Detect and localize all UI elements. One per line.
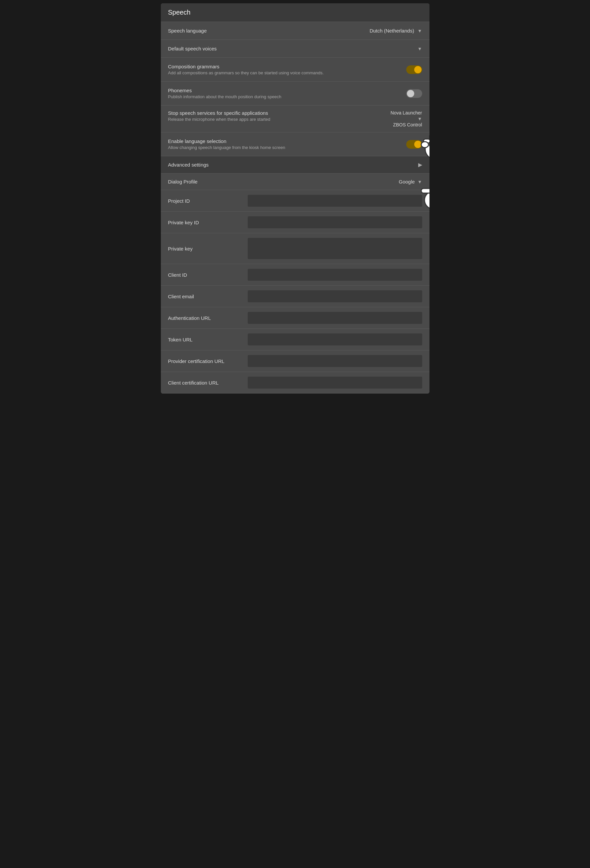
- client-email-label: Client email: [168, 294, 248, 299]
- composition-grammars-toggle[interactable]: [406, 65, 422, 74]
- dialog-profile-value: Google: [399, 179, 414, 185]
- composition-grammars-label: Composition grammars: [168, 64, 406, 69]
- phonemes-row: Phonemes Publish information about the m…: [161, 82, 429, 106]
- client-certification-url-row: Client certification URL: [161, 372, 429, 394]
- private-key-id-input[interactable]: [248, 216, 422, 228]
- composition-grammars-sublabel: Add all compositions as grammars so they…: [168, 70, 406, 75]
- page-header: Speech: [161, 3, 429, 22]
- authentication-url-input[interactable]: [248, 312, 422, 324]
- provider-certification-url-label: Provider certification URL: [168, 358, 248, 364]
- token-url-label: Token URL: [168, 337, 248, 342]
- enable-language-selection-label: Enable language selection: [168, 138, 406, 144]
- client-email-input[interactable]: [248, 290, 422, 302]
- svg-point-0: [425, 139, 429, 159]
- page-title: Speech: [168, 9, 191, 16]
- token-url-input[interactable]: [248, 334, 422, 345]
- project-id-label: Project ID: [168, 198, 248, 204]
- client-certification-url-label: Client certification URL: [168, 380, 248, 385]
- composition-grammars-row: Composition grammars Add all composition…: [161, 58, 429, 82]
- private-key-id-label: Private key ID: [168, 220, 248, 225]
- private-key-id-row: Private key ID: [161, 212, 429, 233]
- project-id-input[interactable]: [248, 195, 422, 207]
- advanced-settings-row[interactable]: Advanced settings ▶: [161, 156, 429, 174]
- stop-apps-value1: Nova Launcher: [391, 110, 422, 115]
- dialog-profile-dropdown-icon: ▼: [417, 179, 422, 185]
- phonemes-thumb: [407, 90, 414, 97]
- authentication-url-label: Authentication URL: [168, 315, 248, 321]
- enable-language-selection-thumb: [414, 141, 422, 148]
- form-section: Dialog Profile Google ▼: [161, 174, 429, 394]
- composition-grammars-thumb: [414, 66, 422, 73]
- default-speech-voices-row[interactable]: Default speech voices ▼: [161, 40, 429, 58]
- speech-language-value-container[interactable]: Dutch (Netherlands) ▼: [369, 28, 422, 34]
- private-key-label: Private key: [168, 246, 248, 251]
- token-url-row: Token URL: [161, 329, 429, 350]
- phonemes-toggle[interactable]: [406, 89, 422, 98]
- speech-language-row[interactable]: Speech language Dutch (Netherlands) ▼: [161, 22, 429, 40]
- default-speech-voices-dropdown-icon: ▼: [417, 46, 422, 52]
- authentication-url-row: Authentication URL: [161, 307, 429, 329]
- stop-apps-dropdown-icon: ▼: [417, 116, 422, 121]
- client-certification-url-input[interactable]: [248, 376, 422, 388]
- provider-certification-url-input[interactable]: [248, 355, 422, 367]
- svg-point-5: [421, 142, 428, 148]
- client-id-row: Client ID: [161, 264, 429, 286]
- dialog-profile-label: Dialog Profile: [168, 179, 198, 185]
- provider-certification-url-row: Provider certification URL: [161, 350, 429, 372]
- dialog-profile-row[interactable]: Dialog Profile Google ▼: [161, 174, 429, 190]
- private-key-input[interactable]: [248, 238, 422, 259]
- dialog-profile-value-container[interactable]: Google ▼: [399, 179, 422, 185]
- phonemes-label: Phonemes: [168, 88, 406, 93]
- composition-grammars-toggle-container[interactable]: [406, 65, 422, 74]
- enable-language-selection-toggle-container[interactable]: [406, 140, 422, 149]
- phonemes-toggle-container[interactable]: [406, 89, 422, 98]
- enable-language-selection-sublabel: Allow changing speech language from the …: [168, 145, 406, 150]
- phonemes-sublabel: Publish information about the mouth posi…: [168, 94, 406, 99]
- stop-apps-value2: ZBOS Control: [393, 122, 422, 127]
- client-id-label: Client ID: [168, 272, 248, 278]
- advanced-settings-chevron-icon: ▶: [418, 162, 422, 168]
- project-id-row: Project ID: [161, 190, 429, 212]
- client-id-input[interactable]: [248, 269, 422, 281]
- default-speech-voices-arrow-container: ▼: [416, 46, 422, 52]
- private-key-row: Private key: [161, 233, 429, 264]
- stop-speech-services-label: Stop speech services for specific applic…: [168, 110, 391, 116]
- speech-language-dropdown-icon: ▼: [417, 28, 422, 34]
- app-container: Speech Speech language Dutch (Netherland…: [161, 3, 429, 394]
- stop-speech-services-values[interactable]: Nova Launcher ▼ ZBOS Control: [391, 110, 422, 127]
- client-email-row: Client email: [161, 286, 429, 307]
- enable-language-selection-toggle[interactable]: [406, 140, 422, 149]
- stop-speech-services-row: Stop speech services for specific applic…: [161, 106, 429, 132]
- advanced-settings-label: Advanced settings: [168, 162, 209, 168]
- speech-language-value: Dutch (Netherlands): [369, 28, 414, 34]
- speech-language-label: Speech language: [168, 28, 370, 34]
- stop-speech-services-sublabel: Release the microphone when these apps a…: [168, 117, 391, 122]
- svg-rect-4: [423, 139, 429, 143]
- enable-language-selection-row: Enable language selection Allow changing…: [161, 132, 429, 156]
- default-speech-voices-label: Default speech voices: [168, 46, 416, 52]
